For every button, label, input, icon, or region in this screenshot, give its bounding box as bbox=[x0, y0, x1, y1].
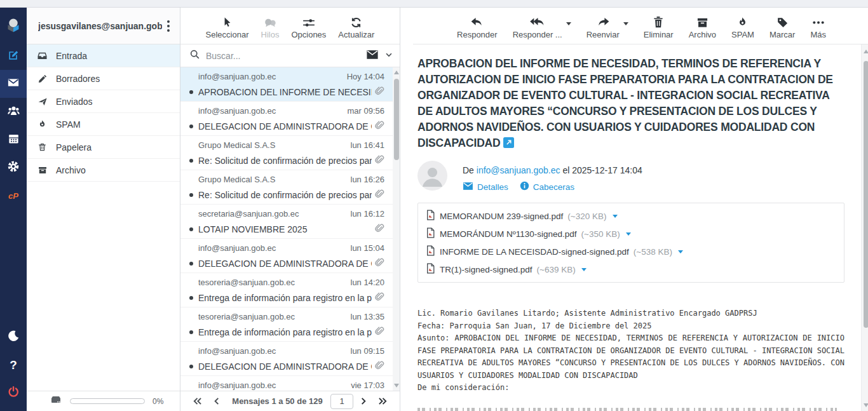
list-item[interactable]: info@sanjuan.gob.eclun 09:15 DELEGACION … bbox=[180, 342, 400, 376]
attachment-menu-caret[interactable] bbox=[581, 268, 587, 271]
external-link-icon[interactable] bbox=[503, 137, 514, 152]
sidebar-item-papelera[interactable]: Papelera bbox=[27, 136, 180, 159]
attachment-icon bbox=[374, 326, 384, 338]
options-button[interactable]: Opciones bbox=[291, 16, 326, 39]
attachment-name[interactable]: MEMORANDUM 239-signed.pdf bbox=[440, 212, 563, 221]
more-button[interactable]: Más bbox=[810, 15, 826, 39]
attachment-name[interactable]: MEMORÁNDUM Nº1130-signed.pdf bbox=[440, 229, 577, 239]
reading-scrollbar-thumb[interactable] bbox=[864, 61, 868, 328]
sender-block: De info@sanjuan.gob.ec el 2025-12-17 14:… bbox=[417, 161, 844, 192]
reply-all-menu-caret[interactable] bbox=[566, 22, 571, 25]
list-scrollbar[interactable] bbox=[393, 67, 400, 391]
message-date: lun 16:12 bbox=[351, 209, 385, 219]
rail-contacts-button[interactable] bbox=[0, 98, 27, 126]
storage-icon bbox=[50, 396, 62, 407]
message-sender: info@sanjuan.gob.ec bbox=[198, 72, 276, 81]
details-link[interactable]: Detalles bbox=[463, 182, 508, 192]
avatar bbox=[417, 161, 447, 191]
page-number-input[interactable] bbox=[330, 394, 353, 409]
search-scope-envelope-icon[interactable] bbox=[366, 50, 379, 62]
first-page-button[interactable] bbox=[188, 397, 207, 405]
rail-calendar-button[interactable] bbox=[0, 126, 27, 154]
list-item[interactable]: info@sanjuan.gob.ecvie 17:03 bbox=[180, 376, 400, 391]
sidebar-item-archivo[interactable]: Archivo bbox=[27, 159, 180, 182]
gear-icon bbox=[7, 160, 20, 175]
rail-cpanel-button[interactable]: cP bbox=[0, 182, 27, 210]
select-button[interactable]: Seleccionar bbox=[206, 16, 249, 39]
power-icon bbox=[7, 386, 20, 401]
message-subject: DELEGACION DE ADMINISTRADORA DE OR... bbox=[198, 259, 372, 269]
list-item[interactable]: Grupo Medical S.A.Slun 16:41 Re: Solicit… bbox=[180, 136, 400, 170]
attachment-icon bbox=[374, 292, 384, 304]
reply-all-button[interactable]: Responder ... bbox=[513, 15, 571, 39]
sidebar-item-label: Entrada bbox=[56, 51, 87, 61]
attachment-menu-caret[interactable] bbox=[613, 215, 618, 218]
scroll-down-icon[interactable] bbox=[864, 403, 868, 407]
list-item[interactable]: info@sanjuan.gob.eclun 15:04 DELEGACION … bbox=[180, 239, 400, 273]
message-sender: info@sanjuan.gob.ec bbox=[198, 346, 276, 356]
attachment-name[interactable]: TR(1)-signed-signed.pdf bbox=[440, 265, 532, 274]
attachment-menu-caret[interactable] bbox=[678, 250, 683, 253]
scroll-down-icon[interactable] bbox=[394, 384, 399, 387]
reading-pane-scrollbar[interactable] bbox=[861, 44, 868, 411]
sliders-icon bbox=[302, 16, 315, 29]
message-date-text: el 2025-12-17 14:04 bbox=[562, 165, 642, 175]
sidebar-item-entrada[interactable]: Entrada bbox=[27, 44, 180, 67]
list-item[interactable]: secretaria@sanjuan.gob.eclun 16:12 LOTAI… bbox=[180, 205, 400, 239]
pdf-file-icon bbox=[426, 245, 435, 259]
attachment-name[interactable]: INFORME DE LA NECEISDAD-signed-signed.pd… bbox=[440, 247, 629, 257]
delete-button[interactable]: Eliminar bbox=[644, 15, 674, 39]
sidebar-item-enviados[interactable]: Enviados bbox=[27, 90, 180, 113]
dark-mode-button[interactable] bbox=[0, 323, 27, 351]
sidebar-item-borradores[interactable]: Borradores bbox=[27, 67, 180, 90]
pdf-file-icon bbox=[426, 210, 435, 223]
message-sender: Grupo Medical S.A.S bbox=[198, 175, 275, 184]
search-input[interactable] bbox=[206, 51, 360, 61]
list-scrollbar-thumb[interactable] bbox=[394, 79, 399, 160]
sidebar-item-spam[interactable]: SPAM bbox=[27, 113, 180, 136]
help-button[interactable]: ? bbox=[0, 351, 27, 379]
rail-settings-button[interactable] bbox=[0, 154, 27, 182]
threads-button[interactable]: Hilos bbox=[261, 16, 280, 39]
unread-dot bbox=[189, 365, 193, 368]
calendar-icon bbox=[8, 133, 20, 147]
attachment-icon bbox=[374, 120, 384, 132]
list-item[interactable]: tesoreria@sanjuan.gob.eclun 13:35 Entreg… bbox=[180, 307, 400, 342]
meta-links: Detalles Cabeceras bbox=[463, 181, 642, 192]
scroll-up-icon[interactable] bbox=[864, 50, 868, 53]
list-item[interactable]: info@sanjuan.gob.ecHoy 14:04 APROBACION … bbox=[180, 67, 400, 102]
archive-icon bbox=[696, 15, 709, 29]
quota-bar-row: 0% bbox=[27, 391, 180, 411]
from-email-link[interactable]: info@sanjuan.gob.ec bbox=[477, 165, 560, 175]
last-page-button[interactable] bbox=[374, 397, 392, 405]
account-menu-button[interactable] bbox=[162, 18, 175, 34]
sender-lines: De info@sanjuan.gob.ec el 2025-12-17 14:… bbox=[463, 161, 642, 192]
flame-icon bbox=[737, 15, 748, 29]
rail-mail-button[interactable] bbox=[0, 70, 27, 98]
archive-button[interactable]: Archivo bbox=[689, 15, 716, 39]
list-item[interactable]: info@sanjuan.gob.ecmar 09:56 DELEGACION … bbox=[180, 102, 400, 136]
list-item[interactable]: Grupo Medical S.A.Slun 16:26 Re: Solicit… bbox=[180, 170, 400, 205]
contacts-icon bbox=[7, 104, 20, 120]
list-item[interactable]: tesoreria@sanjuan.gob.eclun 14:20 Entreg… bbox=[180, 273, 400, 307]
refresh-button[interactable]: Actualizar bbox=[338, 16, 374, 39]
scroll-up-icon[interactable] bbox=[394, 71, 399, 74]
forward-button[interactable]: Reenviar bbox=[587, 15, 628, 39]
mark-button[interactable]: Marcar bbox=[770, 15, 795, 39]
message-subject: Re: Solicitud de confirmación de precios… bbox=[198, 190, 372, 200]
attachment-menu-caret[interactable] bbox=[626, 232, 631, 236]
headers-link[interactable]: Cabeceras bbox=[520, 181, 574, 192]
spam-button[interactable]: SPAM bbox=[731, 15, 754, 39]
message-date: vie 17:03 bbox=[351, 381, 384, 390]
attachment-size: (~320 KB) bbox=[567, 212, 606, 221]
next-page-button[interactable] bbox=[356, 397, 371, 405]
prev-page-button[interactable] bbox=[209, 397, 224, 405]
compose-button[interactable] bbox=[0, 42, 27, 70]
reply-button[interactable]: Responder bbox=[457, 15, 498, 39]
logout-button[interactable] bbox=[0, 379, 27, 407]
pagination-summary: Mensajes 1 a 50 de 129 bbox=[227, 396, 328, 406]
forward-menu-caret[interactable] bbox=[623, 22, 628, 25]
search-options-chevron-icon[interactable] bbox=[384, 50, 393, 62]
unread-dot bbox=[189, 227, 193, 231]
clipped-text-line bbox=[417, 408, 837, 411]
